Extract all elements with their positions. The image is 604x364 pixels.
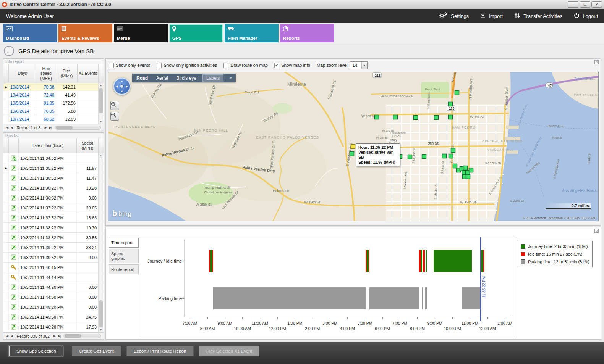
- info-report-row[interactable]: 10/5/201481.05172.56: [3, 99, 104, 107]
- tab-fleet-manager[interactable]: Fleet Manager: [225, 24, 279, 42]
- gps-list-row[interactable]: 10/3/2014 11:34:52 PM: [3, 153, 104, 163]
- gps-list-row[interactable]: 10/3/2014 11:39:22 PM33.21: [3, 243, 104, 253]
- zoom-out-button[interactable]: [110, 112, 119, 121]
- logout-button[interactable]: Logout: [574, 13, 598, 19]
- info-report-row[interactable]: 10/6/201476.955.88: [3, 107, 104, 115]
- gps-list-scrollbar[interactable]: ▲ ▼: [98, 153, 103, 332]
- day-link[interactable]: 10/7/2014: [10, 117, 29, 121]
- pan-left-icon[interactable]: ◀: [116, 85, 118, 88]
- checkbox-show-map-info[interactable]: ✓ Show map info: [274, 63, 310, 68]
- last-record-button[interactable]: ▶|: [48, 126, 53, 129]
- checkbox-box[interactable]: ✓: [274, 63, 279, 68]
- max-speed-link[interactable]: 76.95: [44, 109, 54, 113]
- map-canvas[interactable]: 213 110 47 Miraleste Peck Park W Summerl…: [108, 72, 599, 221]
- create-gps-event-button[interactable]: Create Gps Event: [72, 346, 121, 356]
- gps-list-row[interactable]: 10/3/2014 11:45:50 PM24.75: [3, 312, 104, 322]
- prev-record-button[interactable]: ◀: [10, 334, 14, 338]
- info-report-row[interactable]: ▶10/3/201478.68142.31: [3, 83, 104, 91]
- map-compass-control[interactable]: ▲ ▼ ◀ ▶: [113, 77, 131, 95]
- map-view-aerial[interactable]: Aerial: [152, 74, 172, 82]
- time-cursor-line[interactable]: [480, 237, 481, 321]
- import-button[interactable]: Import: [480, 13, 503, 19]
- gps-marker[interactable]: [466, 175, 470, 179]
- prev-record-button[interactable]: ◀: [10, 126, 14, 129]
- chevron-down-icon[interactable]: ▼: [361, 62, 367, 69]
- minimize-button[interactable]: –: [568, 1, 578, 8]
- gps-list-row[interactable]: 10/3/2014 11:37:22 PM29.05: [3, 203, 104, 213]
- pan-down-icon[interactable]: ▼: [121, 90, 123, 93]
- gps-list-row[interactable]: 10/3/2014 11:39:52 PM0.00: [3, 253, 104, 263]
- gps-marker[interactable]: [453, 164, 457, 168]
- scroll-down-icon[interactable]: ▼: [99, 328, 103, 332]
- pan-right-icon[interactable]: ▶: [126, 85, 128, 88]
- column-header-dist[interactable]: Dist. (Miles): [56, 64, 78, 83]
- scrollbar-thumb[interactable]: [99, 88, 103, 113]
- gps-marker[interactable]: [449, 102, 453, 106]
- map-view-road[interactable]: Road: [132, 74, 152, 82]
- gps-marker[interactable]: [434, 116, 439, 120]
- max-speed-link[interactable]: 72.40: [44, 93, 54, 97]
- gps-marker[interactable]: [393, 115, 398, 119]
- map-toolbar-collapse-icon[interactable]: «: [225, 75, 236, 82]
- tab-merge[interactable]: Merge: [114, 24, 168, 42]
- tab-route-report[interactable]: Route report: [109, 264, 139, 274]
- checkbox-show-only-ignition[interactable]: Show only ignition activities: [157, 63, 217, 68]
- maximize-button[interactable]: □: [580, 1, 590, 8]
- last-record-button[interactable]: ▶|: [57, 334, 62, 338]
- tab-time-report[interactable]: Time report: [109, 238, 139, 248]
- show-gps-selection-button[interactable]: Show Gps Selection: [9, 346, 63, 356]
- back-button[interactable]: ←: [4, 46, 14, 56]
- gps-list-row[interactable]: 10/3/2014 11:37:52 PM18.63: [3, 213, 104, 223]
- gps-marker[interactable]: [463, 166, 468, 170]
- scrollbar-thumb[interactable]: [56, 126, 73, 129]
- gps-marker[interactable]: [449, 115, 453, 119]
- day-link[interactable]: 10/4/2014: [10, 93, 29, 97]
- gps-list-row[interactable]: 10/3/2014 11:35:52 PM11.47: [3, 173, 104, 183]
- gps-marker[interactable]: [455, 91, 459, 95]
- gps-list-row[interactable]: 10/3/2014 11:44:50 PM0.00: [3, 292, 104, 302]
- checkbox-box[interactable]: [223, 63, 228, 68]
- map-view-labels[interactable]: Labels: [202, 74, 223, 82]
- tab-events-reviews[interactable]: Events & Reviews: [58, 24, 112, 42]
- gps-list-row[interactable]: 10/3/2014 11:36:52 PM0.00: [3, 193, 104, 203]
- horizontal-scrollbar[interactable]: [55, 126, 101, 130]
- next-record-button[interactable]: ▶: [43, 126, 47, 129]
- scrollbar-thumb[interactable]: [99, 300, 103, 327]
- pan-up-icon[interactable]: ▲: [121, 80, 123, 82]
- info-report-row[interactable]: 10/7/201468.6212.99: [3, 115, 104, 123]
- gps-marker[interactable]: [422, 155, 426, 159]
- gps-marker[interactable]: [414, 116, 418, 120]
- max-speed-link[interactable]: 68.62: [44, 117, 54, 121]
- horizontal-scrollbar[interactable]: [63, 334, 101, 338]
- first-record-button[interactable]: |◀: [5, 126, 9, 129]
- tab-reports[interactable]: Reports: [280, 24, 334, 42]
- checkbox-draw-route[interactable]: Draw route on map: [223, 63, 268, 68]
- tab-gps[interactable]: GPS: [169, 24, 223, 42]
- scroll-down-icon[interactable]: ▼: [99, 119, 103, 124]
- checkbox-show-only-events[interactable]: Show only events: [109, 63, 150, 68]
- column-header-speed[interactable]: Speed (MPH): [77, 138, 99, 153]
- export-print-route-report-button[interactable]: Export / Print Route Report: [126, 346, 194, 356]
- gps-list-row[interactable]: 10/3/2014 11:44:20 PM0.00: [3, 282, 104, 292]
- gps-list-row[interactable]: 10/3/2014 11:38:52 PM30.55: [3, 233, 104, 243]
- gps-list-row[interactable]: ▶10/3/2014 11:35:22 PM11.97: [3, 163, 104, 173]
- gps-list-row[interactable]: 10/3/2014 11:44:14 PM: [3, 272, 104, 282]
- info-report-row[interactable]: 10/4/201472.4041.49: [3, 91, 104, 99]
- tab-dashboard[interactable]: Dashboard: [3, 24, 57, 42]
- gps-list-row[interactable]: 10/3/2014 11:36:22 PM13.28: [3, 183, 104, 193]
- day-link[interactable]: 10/6/2014: [10, 109, 29, 113]
- close-button[interactable]: ×: [591, 1, 602, 8]
- info-report-scrollbar[interactable]: ▲ ▼: [98, 83, 103, 124]
- checkbox-box[interactable]: [109, 63, 114, 68]
- zoom-in-button[interactable]: [110, 101, 119, 110]
- gps-marker[interactable]: [469, 168, 473, 172]
- gps-list-row[interactable]: 10/3/2014 11:38:22 PM19.70: [3, 223, 104, 233]
- play-selected-x1-event-button[interactable]: Play Selected X1 Event: [199, 346, 259, 356]
- map-zoom-select[interactable]: 14 ▼: [350, 61, 368, 69]
- tab-speed-graphic[interactable]: Speed graphic: [109, 249, 139, 263]
- max-speed-link[interactable]: 81.05: [44, 101, 54, 105]
- first-record-button[interactable]: |◀: [5, 334, 9, 338]
- gps-marker[interactable]: [442, 154, 447, 158]
- selected-gps-marker[interactable]: [350, 152, 354, 156]
- day-link[interactable]: 10/3/2014: [10, 85, 29, 89]
